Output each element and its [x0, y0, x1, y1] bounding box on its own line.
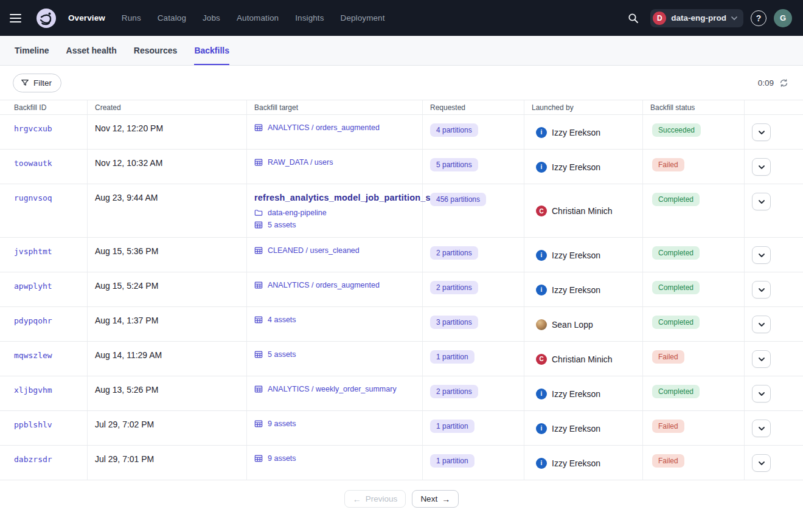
table-row: hrgvcxubNov 12, 12:20 PMANALYTICS / orde… [0, 115, 803, 150]
target-link[interactable]: 5 assets [268, 350, 296, 359]
tab-backfills[interactable]: Backfills [194, 36, 229, 65]
chevron-down-icon [759, 358, 765, 361]
row-actions-menu-button[interactable] [752, 385, 771, 402]
refresh-icon[interactable] [779, 78, 788, 88]
nav-item-runs[interactable]: Runs [122, 13, 141, 22]
dagster-logo-icon[interactable] [35, 7, 57, 29]
row-actions-menu-button[interactable] [752, 350, 771, 368]
created-timestamp: Nov 12, 10:32 AM [95, 158, 162, 168]
nav-item-overview[interactable]: Overview [68, 13, 105, 22]
target-link[interactable]: ANALYTICS / orders_augmented [268, 123, 380, 132]
backfill-id-link[interactable]: ppblshlv [14, 420, 52, 429]
table-row: xljbgvhmAug 13, 5:26 PMANALYTICS / weekl… [0, 376, 803, 411]
nav-item-jobs[interactable]: Jobs [203, 13, 220, 22]
backfill-status-badge: Failed [652, 454, 684, 468]
user-avatar[interactable]: G [774, 9, 792, 27]
backfill-id-link[interactable]: rugnvsoq [14, 193, 52, 202]
row-actions-menu-button[interactable] [752, 316, 771, 333]
backfill-id-link[interactable]: hrgvcxub [14, 124, 52, 133]
nav-item-automation[interactable]: Automation [237, 13, 279, 22]
table-row: ppblshlvJul 29, 7:02 PM9 assets1 partiti… [0, 411, 803, 446]
table-header-row: Backfill IDCreatedBackfill targetRequest… [0, 100, 803, 115]
user-avatar-icon: i [536, 458, 547, 469]
arrow-left-icon: ← [353, 495, 361, 503]
backfill-target-cell: RAW_DATA / users [247, 150, 423, 184]
column-header-created: Created [88, 100, 247, 114]
target-link[interactable]: CLEANED / users_cleaned [268, 246, 360, 255]
backfill-target-cell: ANALYTICS / weekly_order_summary [247, 376, 423, 410]
user-avatar-icon: i [536, 162, 547, 173]
previous-page-button[interactable]: ← Previous [344, 490, 406, 508]
toolbar: Filter 0:09 [0, 66, 803, 100]
backfill-id-link[interactable]: mqwszlew [14, 351, 52, 360]
backfill-id-link[interactable]: pdypqohr [14, 316, 52, 325]
chevron-down-icon [759, 254, 765, 257]
asset-table-icon [254, 316, 263, 324]
row-actions-menu-button[interactable] [752, 281, 771, 299]
launched-by-name: Izzy Erekson [552, 458, 600, 468]
backfill-target-cell: refresh_analytics_model_job_partition_se… [247, 184, 423, 237]
backfill-id-link[interactable]: xljbgvhm [14, 385, 52, 395]
launched-by-name: Christian Minich [552, 206, 613, 216]
search-icon[interactable] [624, 9, 643, 28]
filter-label: Filter [33, 78, 52, 88]
target-link[interactable]: 4 assets [268, 316, 296, 324]
backfill-id-link[interactable]: apwplyht [14, 282, 52, 291]
nav-item-catalog[interactable]: Catalog [158, 13, 186, 22]
row-actions-menu-button[interactable] [752, 193, 771, 210]
target-link[interactable]: 9 assets [268, 420, 296, 428]
requested-partitions-badge: 1 partition [430, 350, 474, 364]
chevron-down-icon [759, 427, 765, 430]
next-label: Next [420, 494, 437, 503]
target-link[interactable]: ANALYTICS / weekly_order_summary [268, 385, 397, 393]
asset-table-icon [254, 350, 263, 359]
nav-item-deployment[interactable]: Deployment [341, 13, 385, 22]
target-link[interactable]: RAW_DATA / users [268, 158, 333, 167]
backfill-id-link[interactable]: dabzrsdr [14, 455, 52, 464]
row-actions-menu-button[interactable] [752, 454, 771, 472]
column-header-requested: Requested [423, 100, 524, 114]
filter-button[interactable]: Filter [13, 74, 61, 92]
launched-by-name: Izzy Erekson [552, 250, 600, 260]
backfill-status-badge: Succeeded [652, 123, 701, 137]
asset-table-icon [254, 246, 263, 255]
help-icon[interactable]: ? [751, 10, 766, 26]
target-link[interactable]: 5 assets [268, 221, 296, 229]
tab-resources[interactable]: Resources [134, 36, 178, 65]
row-actions-menu-button[interactable] [752, 158, 771, 176]
backfill-status-badge: Completed [652, 385, 700, 398]
workspace-avatar: D [653, 12, 666, 25]
requested-partitions-badge: 5 partitions [430, 158, 478, 171]
job-link[interactable]: refresh_analytics_model_job_partition_se… [254, 193, 439, 202]
row-actions-menu-button[interactable] [752, 420, 771, 437]
user-avatar-icon: C [536, 206, 547, 216]
folder-icon [254, 209, 263, 217]
hamburger-menu-icon[interactable] [10, 9, 28, 27]
backfill-target-cell: ANALYTICS / orders_augmented [247, 115, 423, 149]
asset-table-icon [254, 454, 263, 463]
chevron-down-icon [759, 288, 765, 292]
nav-item-insights[interactable]: Insights [295, 13, 324, 22]
workspace-switcher[interactable]: D data-eng-prod [650, 9, 743, 27]
chevron-down-icon [759, 392, 765, 396]
backfill-id-link[interactable]: jvsphtmt [14, 247, 52, 256]
asset-table-icon [254, 221, 263, 229]
tab-asset-health[interactable]: Asset health [66, 36, 117, 65]
backfill-id-link[interactable]: toowautk [14, 159, 52, 168]
asset-table-icon [254, 420, 263, 428]
table-row: rugnvsoqAug 23, 9:44 AMrefresh_analytics… [0, 184, 803, 238]
target-link[interactable]: ANALYTICS / orders_augmented [268, 281, 380, 289]
user-avatar-icon: i [536, 285, 547, 295]
row-actions-menu-button[interactable] [752, 246, 771, 264]
row-actions-menu-button[interactable] [752, 123, 771, 141]
backfill-status-badge: Failed [652, 350, 684, 364]
next-page-button[interactable]: Next → [412, 490, 459, 508]
launched-by-name: Christian Minich [552, 354, 613, 364]
user-avatar-icon: C [536, 354, 547, 365]
target-link[interactable]: 9 assets [268, 454, 296, 463]
primary-nav: OverviewRunsCatalogJobsAutomationInsight… [68, 13, 385, 22]
asset-table-icon [254, 281, 263, 289]
tab-timeline[interactable]: Timeline [15, 36, 49, 65]
backfills-tbody: hrgvcxubNov 12, 12:20 PMANALYTICS / orde… [0, 115, 803, 480]
target-link[interactable]: data-eng-pipeline [268, 209, 327, 217]
